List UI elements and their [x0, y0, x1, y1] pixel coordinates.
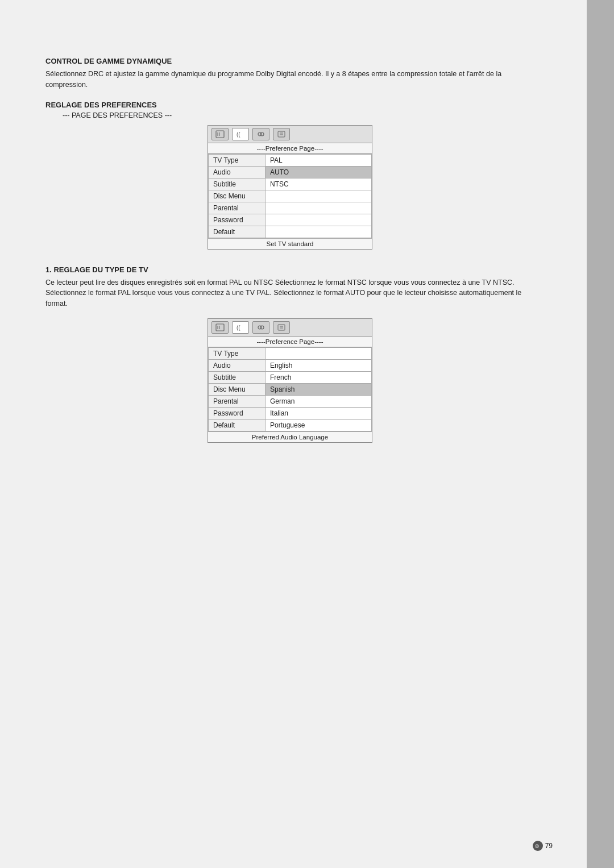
- settings-icon2: [273, 321, 290, 334]
- row-label: Audio: [209, 166, 265, 178]
- svg-rect-15: [278, 325, 285, 330]
- panel1-footer: Set TV standard: [208, 238, 372, 249]
- table-row: Subtitle French: [209, 371, 372, 383]
- video-icon: [252, 128, 269, 140]
- row-value: [265, 190, 372, 202]
- row-value: [265, 347, 372, 359]
- table-row: TV Type PAL: [209, 154, 372, 166]
- row-label: Default: [209, 226, 265, 238]
- panel1-header: ((: [208, 126, 372, 143]
- section2-subtitle: --- PAGE DES PREFERENCES ---: [63, 111, 534, 119]
- pref-panel-1: ((: [208, 125, 372, 250]
- panel2-footer: Preferred Audio Language: [208, 431, 372, 442]
- svg-text:((: ((: [237, 325, 240, 331]
- table-row: Default Portuguese: [209, 419, 372, 431]
- row-label: Parental: [209, 202, 265, 214]
- row-value: [265, 214, 372, 226]
- table-row: Password: [209, 214, 372, 226]
- section3-number: 1.: [45, 265, 53, 274]
- table-row: Default: [209, 226, 372, 238]
- row-value: NTSC: [265, 178, 372, 190]
- row-value: Portuguese: [265, 419, 372, 431]
- svg-rect-9: [216, 324, 224, 331]
- content-area: CONTROL DE GAMME DYNAMIQUE Sélectionnez …: [45, 23, 534, 443]
- disc-icon: [211, 128, 229, 140]
- audio-icon: ((: [232, 128, 249, 140]
- right-sidebar: [587, 0, 614, 868]
- svg-rect-0: [216, 131, 224, 138]
- row-label: Password: [209, 214, 265, 226]
- pref-panel-2: ((: [208, 318, 372, 443]
- row-value: German: [265, 395, 372, 407]
- row-label: Subtitle: [209, 178, 265, 190]
- video-icon2: [252, 321, 269, 334]
- panel1-table: TV Type PAL Audio AUTO Subtitle NTSC D: [208, 154, 372, 238]
- audio-icon2: ((: [232, 321, 249, 334]
- svg-point-14: [260, 326, 264, 329]
- table-row: Audio AUTO: [209, 166, 372, 178]
- panel2-table: TV Type Audio English Subtitle French: [208, 347, 372, 431]
- row-label: Disc Menu: [209, 190, 265, 202]
- row-label: Parental: [209, 395, 265, 407]
- row-label: Disc Menu: [209, 383, 265, 395]
- row-value: AUTO: [265, 166, 372, 178]
- row-value: English: [265, 359, 372, 371]
- table-row: Disc Menu: [209, 190, 372, 202]
- row-label: TV Type: [209, 154, 265, 166]
- table-row: Disc Menu Spanish: [209, 383, 372, 395]
- page-circle-icon: ⑳: [533, 841, 543, 851]
- row-label: Audio: [209, 359, 265, 371]
- svg-rect-6: [278, 131, 285, 137]
- svg-text:⑳: ⑳: [535, 844, 539, 848]
- table-row: Parental German: [209, 395, 372, 407]
- row-value: [265, 226, 372, 238]
- row-value: French: [265, 371, 372, 383]
- table-row: Password Italian: [209, 407, 372, 419]
- section3-title-text: REGLAGE DU TYPE DE TV: [53, 265, 148, 274]
- main-content: CONTROL DE GAMME DYNAMIQUE Sélectionnez …: [0, 0, 587, 868]
- settings-icon: [273, 128, 290, 140]
- section1-body: Sélectionnez DRC et ajustez la gamme dyn…: [45, 69, 534, 90]
- panel2-header: ((: [208, 319, 372, 337]
- row-label: Default: [209, 419, 265, 431]
- section3-body: Ce lecteur peut lire des disques enregis…: [45, 277, 534, 309]
- disc-icon2: [211, 321, 229, 334]
- panel2-wrapper: ((: [45, 318, 534, 443]
- page-number-container: ⑳ 79: [533, 841, 553, 851]
- row-value: Spanish: [265, 383, 372, 395]
- panel1-wrapper: ((: [45, 125, 534, 250]
- page-container: + + + CONTROL DE GAMME DYNAMIQUE Sélecti…: [0, 0, 614, 868]
- row-value: [265, 202, 372, 214]
- row-label: Subtitle: [209, 371, 265, 383]
- svg-text:((: ((: [237, 131, 240, 138]
- section2-title: REGLAGE DES PREFERENCES: [45, 101, 534, 109]
- table-row: Parental: [209, 202, 372, 214]
- section3-title: 1. REGLAGE DU TYPE DE TV: [45, 265, 534, 274]
- table-row: Audio English: [209, 359, 372, 371]
- panel1-title: ----Preference Page----: [208, 143, 372, 154]
- row-label: Password: [209, 407, 265, 419]
- section1-title: CONTROL DE GAMME DYNAMIQUE: [45, 57, 534, 65]
- panel2-title: ----Preference Page----: [208, 337, 372, 347]
- row-label: TV Type: [209, 347, 265, 359]
- table-row: TV Type: [209, 347, 372, 359]
- row-value: Italian: [265, 407, 372, 419]
- svg-point-5: [260, 132, 264, 136]
- page-number-text: 79: [545, 842, 553, 850]
- table-row: Subtitle NTSC: [209, 178, 372, 190]
- row-value: PAL: [265, 154, 372, 166]
